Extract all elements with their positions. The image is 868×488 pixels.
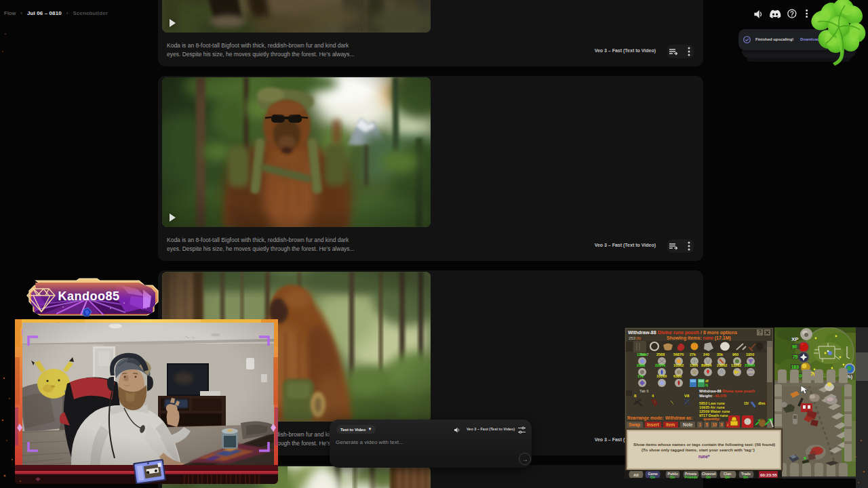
svg-text:75: 75: [793, 354, 798, 359]
svg-text:230k0: 230k0: [745, 363, 755, 367]
svg-text:Kandoo85: Kandoo85: [58, 289, 119, 303]
svg-text:XP: XP: [791, 336, 799, 342]
svg-text:1: 1: [699, 422, 702, 427]
svg-text:35k: 35k: [717, 352, 724, 357]
svg-text:89684: 89684: [701, 363, 712, 367]
svg-text:Tab 6: Tab 6: [639, 389, 648, 393]
svg-text:V8: V8: [684, 394, 690, 398]
svg-text:(6): (6): [636, 336, 641, 340]
svg-text:10160: 10160: [656, 374, 667, 378]
svg-text:dhm: dhm: [758, 401, 766, 405]
svg-text:0j: 0j: [705, 383, 709, 387]
svg-text:(To show only tagged items, st: (To show only tagged items, start your s…: [642, 447, 755, 452]
svg-text:On: On: [743, 475, 748, 479]
svg-text:183: 183: [791, 365, 799, 369]
svg-text:Withdraw-88 Divine rune pouch: Withdraw-88 Divine rune pouch: [699, 389, 755, 393]
svg-text:6380: 6380: [673, 374, 682, 378]
svg-text:On: On: [650, 475, 655, 479]
svg-text:Insert: Insert: [647, 422, 660, 427]
svg-text:Showing items: rune (17.1M): Showing items: rune (17.1M): [667, 336, 731, 341]
svg-text:2588: 2588: [656, 352, 665, 357]
svg-text:240: 240: [703, 352, 709, 357]
svg-text:Rearrange mode:: Rearrange mode:: [627, 415, 663, 421]
svg-text:5: 5: [706, 422, 709, 427]
svg-text:Withdraw-88: Withdraw-88: [628, 330, 656, 335]
svg-text:15/: 15/: [744, 401, 749, 405]
svg-text:2297k: 2297k: [655, 363, 666, 367]
svg-text:10362: 10362: [673, 363, 684, 367]
svg-text:Show items whose names or tags: Show items whose names or tags contain t…: [633, 442, 775, 447]
svg-text:Swap: Swap: [629, 422, 640, 428]
svg-text:Weight: -41.070: Weight: -41.070: [699, 394, 726, 398]
svg-text:On: On: [725, 475, 730, 479]
svg-text:Note: Note: [683, 422, 693, 427]
svg-text:00:23:55: 00:23:55: [760, 472, 777, 477]
svg-text:1950: 1950: [746, 352, 754, 357]
svg-text:90: 90: [792, 344, 797, 349]
svg-text:56870: 56870: [673, 352, 684, 357]
svg-text:10: 10: [712, 422, 717, 427]
svg-text:X: X: [720, 422, 724, 427]
svg-text:On: On: [706, 475, 711, 479]
svg-text:13282: 13282: [731, 363, 741, 367]
svg-text:Item: Item: [666, 422, 675, 427]
svg-text:All: All: [633, 473, 639, 477]
svg-text:quantity:: quantity:: [703, 417, 720, 421]
svg-text:On: On: [670, 475, 675, 479]
svg-text:Withdraw as:: Withdraw as:: [665, 415, 692, 420]
svg-text:rune*: rune*: [698, 454, 710, 459]
svg-text:27k: 27k: [690, 352, 696, 357]
svg-text:Friends: Friends: [685, 475, 698, 479]
svg-text:1306: 1306: [690, 363, 698, 367]
svg-text:23862: 23862: [717, 363, 727, 367]
svg-text:238k: 238k: [637, 363, 646, 367]
svg-text:1286k: 1286k: [637, 352, 648, 357]
svg-text:960: 960: [732, 352, 738, 357]
svg-text:17k: 17k: [637, 374, 644, 378]
svg-text:253: 253: [629, 336, 636, 340]
